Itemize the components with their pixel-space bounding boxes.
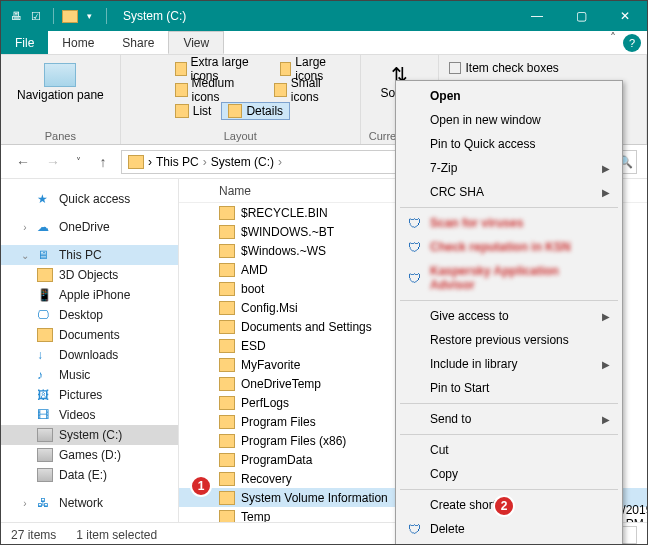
- tree-network[interactable]: ›🖧Network: [1, 493, 178, 513]
- file-name: OneDriveTemp: [241, 377, 321, 391]
- tree-downloads[interactable]: ↓Downloads: [1, 345, 178, 365]
- file-name: ProgramData: [241, 453, 312, 467]
- ctx-crc[interactable]: CRC SHA▶: [398, 180, 620, 204]
- ctx-sendto[interactable]: Send to▶: [398, 407, 620, 431]
- ctx-pinstart[interactable]: Pin to Start: [398, 376, 620, 400]
- folder-icon: [219, 301, 235, 315]
- file-name: Documents and Settings: [241, 320, 372, 334]
- group-layout-label: Layout: [129, 130, 352, 142]
- folder-icon: [62, 10, 78, 23]
- folder-icon: [219, 396, 235, 410]
- ctx-delete[interactable]: 🛡Delete: [398, 517, 620, 541]
- tree-quickaccess[interactable]: ★Quick access: [1, 189, 178, 209]
- tree-gamesd[interactable]: Games (D:): [1, 445, 178, 465]
- tree-3dobjects[interactable]: 3D Objects: [1, 265, 178, 285]
- ctx-restore[interactable]: Restore previous versions: [398, 328, 620, 352]
- tree-documents[interactable]: Documents: [1, 325, 178, 345]
- tree-iphone[interactable]: 📱Apple iPhone: [1, 285, 178, 305]
- folder-icon: [219, 225, 235, 239]
- ctx-av2[interactable]: 🛡Check reputation in KSN: [398, 235, 620, 259]
- ctx-7zip[interactable]: 7-Zip▶: [398, 156, 620, 180]
- ctx-pinquick[interactable]: Pin to Quick access: [398, 132, 620, 156]
- file-name: Program Files (x86): [241, 434, 346, 448]
- file-name: $WINDOWS.~BT: [241, 225, 334, 239]
- view-medium[interactable]: Medium icons: [169, 75, 264, 105]
- folder-icon: [219, 377, 235, 391]
- file-name: System Volume Information: [241, 491, 388, 505]
- tree-systemc[interactable]: System (C:): [1, 425, 178, 445]
- tab-share[interactable]: Share: [108, 31, 168, 54]
- folder-icon: [219, 453, 235, 467]
- window-title: System (C:): [119, 9, 515, 23]
- navigation-pane-button[interactable]: Navigation pane: [9, 59, 112, 106]
- crumb-drive[interactable]: System (C:): [211, 155, 274, 169]
- file-name: $RECYCLE.BIN: [241, 206, 328, 220]
- folder-icon: [219, 320, 235, 334]
- file-name: Config.Msi: [241, 301, 298, 315]
- view-details[interactable]: Details: [221, 102, 290, 120]
- crumb-thispc[interactable]: This PC: [156, 155, 199, 169]
- minimize-button[interactable]: —: [515, 1, 559, 31]
- annotation-marker-1: 1: [190, 475, 212, 497]
- up-button[interactable]: ↑: [91, 150, 115, 174]
- status-count: 27 items: [11, 528, 56, 542]
- ctx-av1[interactable]: 🛡Scan for viruses: [398, 211, 620, 235]
- maximize-button[interactable]: ▢: [559, 1, 603, 31]
- folder-icon: [219, 434, 235, 448]
- item-checkboxes-toggle[interactable]: Item check boxes: [447, 59, 638, 77]
- folder-icon: [219, 358, 235, 372]
- folder-icon: [219, 206, 235, 220]
- folder-icon: [219, 282, 235, 296]
- ctx-cut[interactable]: Cut: [398, 438, 620, 462]
- annotation-marker-2: 2: [493, 495, 515, 517]
- ctx-giveaccess[interactable]: Give access to▶: [398, 304, 620, 328]
- titlebar: 🖶 ☑ ▾ System (C:) — ▢ ✕: [1, 1, 647, 31]
- folder-icon: [219, 339, 235, 353]
- status-selected: 1 item selected: [76, 528, 157, 542]
- close-button[interactable]: ✕: [603, 1, 647, 31]
- qat-dropdown-icon[interactable]: ▾: [80, 7, 98, 25]
- tree-thispc[interactable]: ⌄🖥This PC: [1, 245, 178, 265]
- folder-icon: [219, 415, 235, 429]
- qat-printer-icon[interactable]: 🖶: [7, 7, 25, 25]
- tree-desktop[interactable]: 🖵Desktop: [1, 305, 178, 325]
- folder-icon: [219, 510, 235, 523]
- recent-dropdown[interactable]: ˅: [71, 150, 85, 174]
- view-list[interactable]: List: [169, 103, 218, 119]
- folder-icon: [219, 244, 235, 258]
- ribbon-collapse-icon[interactable]: ˄: [603, 31, 623, 54]
- ctx-av3[interactable]: 🛡Kaspersky Application Advisor: [398, 259, 620, 297]
- tree-music[interactable]: ♪Music: [1, 365, 178, 385]
- file-name: MyFavorite: [241, 358, 300, 372]
- folder-icon: [219, 263, 235, 277]
- file-name: ESD: [241, 339, 266, 353]
- ctx-copy[interactable]: Copy: [398, 462, 620, 486]
- nav-tree: ★Quick access ›☁OneDrive ⌄🖥This PC 3D Ob…: [1, 179, 179, 522]
- file-name: $Windows.~WS: [241, 244, 326, 258]
- forward-button[interactable]: →: [41, 150, 65, 174]
- ctx-include[interactable]: Include in library▶: [398, 352, 620, 376]
- navigation-pane-label: Navigation pane: [17, 89, 104, 102]
- ctx-opennew[interactable]: Open in new window: [398, 108, 620, 132]
- tab-home[interactable]: Home: [48, 31, 108, 54]
- file-name: Recovery: [241, 472, 292, 486]
- help-icon[interactable]: ?: [623, 34, 641, 52]
- back-button[interactable]: ←: [11, 150, 35, 174]
- qat-props-icon[interactable]: ☑: [27, 7, 45, 25]
- tree-pictures[interactable]: 🖼Pictures: [1, 385, 178, 405]
- file-name: AMD: [241, 263, 268, 277]
- context-menu: Open Open in new window Pin to Quick acc…: [395, 80, 623, 545]
- tab-file[interactable]: File: [1, 31, 48, 54]
- tree-onedrive[interactable]: ›☁OneDrive: [1, 217, 178, 237]
- view-small[interactable]: Small icons: [268, 75, 352, 105]
- drive-icon: [128, 155, 144, 169]
- ribbon-tabs: File Home Share View ˄ ?: [1, 31, 647, 55]
- file-name: PerfLogs: [241, 396, 289, 410]
- ctx-open[interactable]: Open: [398, 84, 620, 108]
- file-name: Temp: [241, 510, 270, 523]
- tree-datae[interactable]: Data (E:): [1, 465, 178, 485]
- tab-view[interactable]: View: [168, 31, 224, 54]
- folder-icon: [219, 472, 235, 486]
- tree-videos[interactable]: 🎞Videos: [1, 405, 178, 425]
- group-panes-label: Panes: [9, 130, 112, 142]
